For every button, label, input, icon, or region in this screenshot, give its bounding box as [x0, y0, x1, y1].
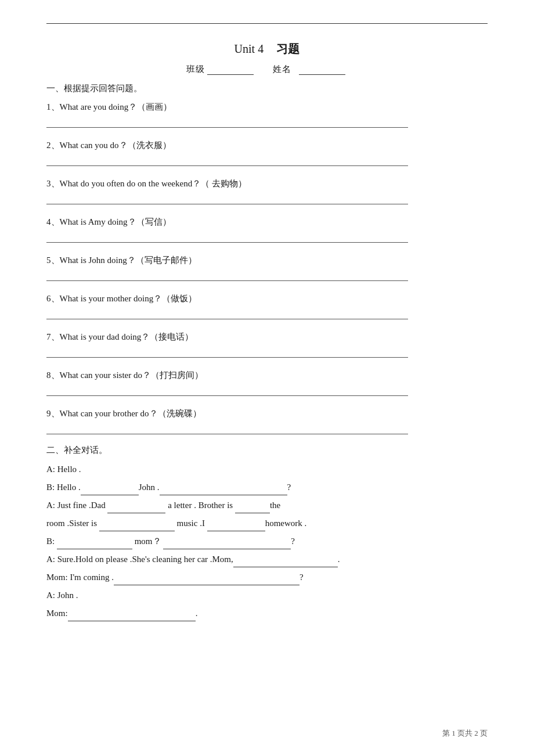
dialog-line-a4: A: John .	[46, 588, 488, 603]
name-label: 姓名	[273, 64, 291, 74]
blank-b1-1[interactable]	[81, 485, 139, 495]
answer-line-8[interactable]	[46, 386, 408, 396]
speaker-b1: B: Hello .	[46, 483, 81, 492]
dialog-line-a3: A: Sure.Hold on please .She's cleaning h…	[46, 552, 488, 567]
answer-line-6[interactable]	[46, 309, 408, 319]
blank-a2-2[interactable]	[235, 503, 270, 513]
dialog-line-a2: A: Just fine .Dad a letter . Brother is …	[46, 498, 488, 513]
speaker-a1: A: Hello .	[46, 465, 81, 474]
question-5: 5、What is John doing？（写电子邮件）	[46, 253, 488, 267]
question-1: 1、What are you doing？（画画）	[46, 100, 488, 114]
blank-mom1-1[interactable]	[114, 575, 300, 585]
blank-a3-1[interactable]	[233, 557, 338, 567]
blank-b2-1[interactable]	[57, 539, 132, 549]
dialog-line-b2: B: mom？ ?	[46, 534, 488, 549]
answer-line-9[interactable]	[46, 424, 408, 434]
page-title: Unit 4 习题	[46, 41, 488, 57]
dialog-line-a1: A: Hello .	[46, 462, 488, 477]
question-6: 6、What is your mother doing？（做饭）	[46, 291, 488, 305]
top-divider	[46, 23, 488, 24]
dialog-line-mom1: Mom: I'm coming .?	[46, 570, 488, 585]
blank-b1-2[interactable]	[160, 485, 287, 495]
blank-a2-3[interactable]	[99, 521, 175, 531]
answer-line-7[interactable]	[46, 347, 408, 358]
question-8: 8、What can your sister do？（打扫房间）	[46, 368, 488, 382]
dialog-line-b1: B: Hello .John .?	[46, 480, 488, 495]
answer-line-1[interactable]	[46, 117, 408, 128]
answer-line-5[interactable]	[46, 271, 408, 281]
page-number: 第 1 页共 2 页	[442, 728, 488, 739]
dialog-line-mom2: Mom:.	[46, 606, 488, 621]
title-main: 习题	[276, 42, 300, 55]
dialog-line-a2-cont: room .Sister is music .I homework .	[46, 516, 488, 531]
question-2: 2、What can you do？（洗衣服）	[46, 138, 488, 152]
blank-a2-4[interactable]	[207, 521, 265, 531]
question-4: 4、What is Amy doing？（写信）	[46, 215, 488, 229]
class-label: 班级	[186, 64, 205, 74]
question-9: 9、What can your brother do？（洗碗碟）	[46, 406, 488, 420]
blank-b2-2[interactable]	[163, 539, 291, 549]
question-3: 3、What do you often do on the weekend？（ …	[46, 177, 488, 190]
answer-line-2[interactable]	[46, 156, 408, 166]
name-blank[interactable]	[299, 74, 345, 75]
blank-mom2-1[interactable]	[68, 611, 196, 621]
unit-label: Unit 4	[234, 42, 264, 55]
class-name-row: 班级 姓名	[46, 64, 488, 75]
class-blank[interactable]	[207, 74, 254, 75]
question-7: 7、What is your dad doing？（接电话）	[46, 330, 488, 344]
answer-line-4[interactable]	[46, 232, 408, 243]
section-one-title: 一、根据提示回答问题。	[46, 83, 488, 94]
blank-a2-1[interactable]	[107, 503, 165, 513]
answer-line-3[interactable]	[46, 194, 408, 204]
section-two-title: 二、补全对话。	[46, 445, 488, 456]
